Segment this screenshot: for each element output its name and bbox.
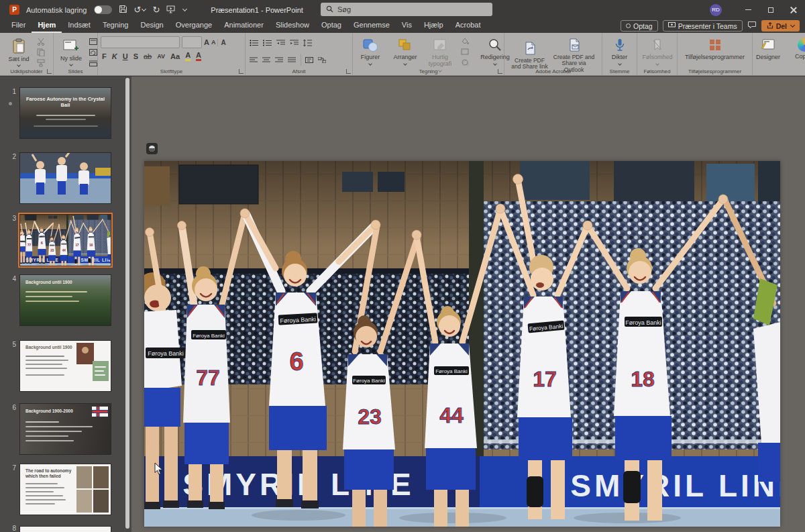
tab-optag[interactable]: Optag bbox=[315, 19, 347, 33]
italic-icon[interactable]: K bbox=[112, 52, 117, 60]
font-size-select[interactable] bbox=[182, 36, 202, 48]
dialog-launcher-icon[interactable] bbox=[346, 69, 351, 74]
account-avatar[interactable]: RD bbox=[710, 4, 722, 16]
tab-animationer[interactable]: Animationer bbox=[218, 19, 270, 33]
maximize-button[interactable] bbox=[759, 0, 782, 19]
qat-customize-chevron-icon[interactable] bbox=[182, 7, 187, 11]
redo-icon[interactable]: ↻ bbox=[152, 5, 160, 14]
text-shadow-icon[interactable]: S bbox=[133, 52, 138, 60]
new-slide-button[interactable]: Ny slide bbox=[56, 36, 86, 66]
share-button[interactable]: Del bbox=[761, 20, 800, 32]
slide7-photo-collage bbox=[76, 466, 109, 513]
close-button[interactable] bbox=[782, 0, 805, 19]
sensitivity-button[interactable]: Følsomhed bbox=[637, 34, 677, 65]
slide-thumbnail-6[interactable]: Background 1900-2000 bbox=[20, 404, 111, 454]
tab-slideshow[interactable]: Slideshow bbox=[270, 19, 315, 33]
paste-button[interactable]: Sæt ind bbox=[4, 35, 34, 67]
reset-slide-icon[interactable] bbox=[89, 48, 98, 56]
undo-button[interactable]: ↺ bbox=[134, 5, 146, 14]
autosave-toggle[interactable] bbox=[94, 5, 112, 14]
image-options-badge-icon[interactable] bbox=[146, 143, 158, 154]
tab-design[interactable]: Design bbox=[134, 19, 169, 33]
panel-scrollbar[interactable] bbox=[125, 78, 129, 529]
arrange-button[interactable]: Arranger bbox=[390, 34, 420, 65]
font-color-icon[interactable]: A bbox=[196, 52, 201, 61]
ribbon: Sæt ind Udklipsholder Ny slide bbox=[0, 33, 805, 76]
align-center-icon[interactable] bbox=[262, 54, 270, 66]
cut-icon[interactable] bbox=[36, 37, 46, 46]
create-pdf-share-outlook-button[interactable]: Create PDF and Share via Outlook bbox=[552, 34, 596, 73]
decrease-indent-icon[interactable] bbox=[276, 37, 285, 49]
group-paragraph: Afsnit bbox=[246, 33, 353, 75]
present-in-teams-button[interactable]: Præsenter i Teams bbox=[663, 20, 743, 32]
copilot-button[interactable]: Copilot bbox=[790, 35, 805, 60]
slide-thumbnail-5[interactable]: Background until 1900 bbox=[20, 341, 111, 391]
group-voice: Dikter Stemme bbox=[602, 33, 637, 75]
copy-icon[interactable] bbox=[36, 48, 46, 56]
slide-thumbnail-4[interactable]: Background until 1900 bbox=[20, 275, 111, 325]
tab-hjaelp[interactable]: Hjælp bbox=[418, 19, 449, 33]
tab-filer[interactable]: Filer bbox=[5, 19, 32, 33]
highlight-color-icon[interactable]: A bbox=[185, 52, 191, 61]
group-addins: Tilføjelsesprogrammer Tilføjelsesprogram… bbox=[678, 33, 753, 75]
line-spacing-icon[interactable] bbox=[303, 37, 312, 49]
minimize-button[interactable] bbox=[737, 0, 759, 19]
character-spacing-icon[interactable]: AV bbox=[157, 53, 165, 60]
group-drawing: Figurer Arranger Hurtig typografi Redige… bbox=[353, 33, 504, 75]
shapes-button[interactable]: Figurer bbox=[356, 34, 385, 65]
shape-outline-icon[interactable] bbox=[460, 47, 470, 56]
dictate-button[interactable]: Dikter bbox=[602, 34, 637, 65]
start-slideshow-icon[interactable] bbox=[166, 5, 175, 15]
tab-indsaet[interactable]: Indsæt bbox=[62, 19, 97, 33]
slide-thumbnail-2[interactable] bbox=[20, 153, 111, 203]
tab-hjem[interactable]: Hjem bbox=[32, 19, 62, 33]
shape-fill-icon[interactable] bbox=[460, 36, 470, 45]
grow-font-icon[interactable]: A bbox=[204, 38, 209, 46]
comments-icon[interactable] bbox=[747, 21, 757, 31]
strikethrough-icon[interactable]: ab bbox=[144, 52, 152, 60]
bullet-list-icon[interactable] bbox=[250, 37, 258, 49]
align-right-icon[interactable] bbox=[275, 54, 283, 66]
underline-icon[interactable]: U bbox=[123, 52, 128, 60]
text-direction-icon[interactable] bbox=[301, 54, 313, 66]
bold-icon[interactable]: F bbox=[102, 52, 107, 60]
create-pdf-share-link-button[interactable]: Create PDF and Share link bbox=[511, 38, 549, 70]
increase-indent-icon[interactable] bbox=[290, 37, 299, 49]
addins-button[interactable]: Tilføjelsesprogrammer bbox=[678, 34, 752, 61]
tab-tegning[interactable]: Tegning bbox=[97, 19, 135, 33]
tab-overgange[interactable]: Overgange bbox=[170, 19, 218, 33]
format-painter-icon[interactable] bbox=[36, 58, 46, 67]
tab-vis[interactable]: Vis bbox=[396, 19, 418, 33]
dialog-launcher-icon[interactable] bbox=[239, 69, 244, 74]
change-case-icon[interactable]: Aa bbox=[170, 52, 180, 60]
slide-layout-icon[interactable] bbox=[89, 37, 98, 46]
numbered-list-icon[interactable] bbox=[263, 37, 272, 49]
slide-number: 6 bbox=[5, 404, 16, 411]
align-left-icon[interactable] bbox=[250, 54, 258, 66]
save-icon[interactable] bbox=[119, 5, 127, 15]
slide-thumbnail-1[interactable]: Faroese Autonomy in the Crystal Ball bbox=[20, 88, 111, 138]
quick-styles-button[interactable]: Hurtig typografi bbox=[425, 34, 455, 72]
slide7-title-line2: which then failed bbox=[25, 474, 71, 479]
slide-thumbnail-7[interactable]: The road to autonomy which then failed bbox=[20, 464, 111, 515]
tab-acrobat[interactable]: Acrobat bbox=[449, 19, 487, 33]
shrink-font-icon[interactable]: A bbox=[211, 39, 216, 46]
dialog-launcher-icon[interactable] bbox=[47, 69, 52, 74]
clear-formatting-icon[interactable]: A bbox=[217, 39, 225, 46]
slide5-portrait-image bbox=[76, 343, 94, 364]
convert-smartart-icon[interactable] bbox=[318, 54, 326, 66]
font-name-select[interactable] bbox=[101, 36, 180, 48]
dialog-launcher-icon[interactable] bbox=[498, 69, 502, 74]
justify-icon[interactable] bbox=[288, 54, 296, 66]
slide-photo[interactable] bbox=[144, 161, 780, 527]
slide-thumbnail-8[interactable] bbox=[20, 527, 111, 532]
tab-gennemse[interactable]: Gennemse bbox=[347, 19, 396, 33]
record-button[interactable]: Optag bbox=[621, 20, 658, 32]
slide-thumbnail-3-selected[interactable] bbox=[20, 215, 111, 266]
designer-button[interactable]: Designer bbox=[753, 34, 783, 61]
section-icon[interactable] bbox=[89, 58, 98, 67]
search-input[interactable]: Søg bbox=[321, 3, 492, 16]
window-title: Præsentation1 - PowerPoint bbox=[211, 6, 303, 14]
powerpoint-logo-icon: P bbox=[9, 5, 19, 15]
shape-effects-icon[interactable] bbox=[460, 58, 470, 66]
